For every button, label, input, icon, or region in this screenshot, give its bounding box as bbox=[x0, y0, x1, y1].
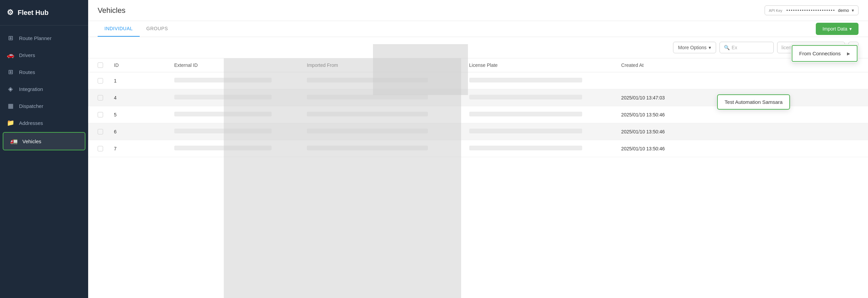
chevron-down-icon: ▾ bbox=[852, 8, 854, 13]
route-planner-icon: ⊞ bbox=[7, 34, 14, 42]
from-connections-item[interactable]: From Connections ▶ bbox=[792, 45, 857, 62]
table-row: 7 2025/01/10 13:50:46 bbox=[88, 140, 868, 157]
sidebar-item-label: Integration bbox=[19, 86, 43, 92]
td-id: 6 bbox=[108, 123, 169, 140]
td-row-actions bbox=[826, 72, 868, 89]
td-license-plate bbox=[464, 89, 616, 106]
sidebar-item-label: Addresses bbox=[19, 120, 43, 126]
api-key-value: demo bbox=[838, 8, 849, 13]
sidebar-item-integration[interactable]: ◈ Integration bbox=[0, 80, 88, 97]
addresses-icon: 📁 bbox=[7, 119, 14, 127]
dispatcher-icon: ▦ bbox=[7, 102, 14, 110]
search-box[interactable]: 🔍 Ex bbox=[719, 42, 774, 53]
select-all-checkbox[interactable] bbox=[98, 62, 103, 68]
td-license-plate bbox=[464, 123, 616, 140]
app-title: Fleet Hub bbox=[18, 9, 48, 17]
td-row-actions bbox=[826, 123, 868, 140]
tabs-bar: INDIVIDUAL GROUPS Import Data ▾ bbox=[88, 21, 868, 37]
th-id: ID bbox=[108, 58, 169, 72]
td-created-at: 2025/01/10 13:50:46 bbox=[616, 123, 826, 140]
samsara-connection-popup[interactable]: Test Automation Samsara bbox=[717, 94, 790, 110]
table-header-row: ID External ID Imported From License Pla… bbox=[88, 58, 868, 72]
td-id: 1 bbox=[108, 72, 169, 89]
sidebar: ⚙ Fleet Hub ⊞ Route Planner 🚗 Drivers ⊞ … bbox=[0, 0, 88, 298]
td-external-id bbox=[169, 140, 301, 157]
from-connections-label: From Connections bbox=[799, 51, 841, 56]
row-checkbox[interactable] bbox=[98, 146, 103, 151]
sidebar-nav: ⊞ Route Planner 🚗 Drivers ⊞ Routes ◈ Int… bbox=[0, 25, 88, 298]
tabs: INDIVIDUAL GROUPS bbox=[98, 21, 175, 37]
row-checkbox[interactable] bbox=[98, 95, 103, 100]
page-title: Vehicles bbox=[98, 6, 125, 15]
tab-individual[interactable]: INDIVIDUAL bbox=[98, 21, 140, 37]
sidebar-item-dispatcher[interactable]: ▦ Dispatcher bbox=[0, 97, 88, 114]
td-row-actions bbox=[826, 106, 868, 123]
integration-icon: ◈ bbox=[7, 85, 14, 93]
td-row-actions bbox=[826, 140, 868, 157]
import-dropdown-menu: From Connections ▶ bbox=[791, 44, 859, 63]
sidebar-item-addresses[interactable]: 📁 Addresses bbox=[0, 114, 88, 131]
more-options-label: More Options bbox=[678, 45, 707, 50]
td-checkbox bbox=[88, 140, 108, 157]
routes-icon: ⊞ bbox=[7, 68, 14, 76]
header: Vehicles API Key •••••••••••••••••••••• … bbox=[88, 0, 868, 21]
more-options-button[interactable]: More Options ▾ bbox=[673, 42, 716, 53]
td-license-plate bbox=[464, 140, 616, 157]
import-button-label: Import Data bbox=[823, 26, 847, 32]
td-external-id bbox=[169, 72, 301, 89]
sidebar-item-vehicles[interactable]: 🚛 Vehicles bbox=[3, 132, 85, 150]
api-key-dots: •••••••••••••••••••••• bbox=[786, 8, 835, 13]
td-license-plate bbox=[464, 106, 616, 123]
more-options-chevron-icon: ▾ bbox=[709, 45, 711, 50]
api-key-section[interactable]: API Key •••••••••••••••••••••• demo ▾ bbox=[765, 5, 859, 15]
td-checkbox bbox=[88, 106, 108, 123]
td-id: 4 bbox=[108, 89, 169, 106]
tab-groups[interactable]: GROUPS bbox=[140, 21, 175, 37]
td-external-id bbox=[169, 106, 301, 123]
sidebar-item-label: Routes bbox=[19, 69, 35, 75]
gear-icon: ⚙ bbox=[7, 8, 14, 17]
td-imported-from bbox=[301, 106, 464, 123]
api-key-dropdown[interactable]: API Key •••••••••••••••••••••• demo ▾ bbox=[765, 5, 859, 15]
td-created-at bbox=[616, 72, 826, 89]
app-logo: ⚙ Fleet Hub bbox=[0, 0, 88, 25]
tabs-actions: Import Data ▾ bbox=[816, 23, 859, 35]
search-placeholder: Ex bbox=[732, 45, 737, 50]
td-id: 5 bbox=[108, 106, 169, 123]
sidebar-item-routes[interactable]: ⊞ Routes bbox=[0, 63, 88, 80]
td-created-at: 2025/01/10 13:50:46 bbox=[616, 140, 826, 157]
toolbar: More Options ▾ 🔍 Ex license plate... ≡ bbox=[88, 37, 868, 58]
import-data-button[interactable]: Import Data ▾ bbox=[816, 23, 859, 35]
sidebar-item-label: Route Planner bbox=[19, 35, 52, 41]
row-checkbox[interactable] bbox=[98, 78, 103, 83]
samsara-label: Test Automation Samsara bbox=[725, 99, 783, 105]
td-external-id bbox=[169, 123, 301, 140]
td-external-id bbox=[169, 89, 301, 106]
td-imported-from bbox=[301, 123, 464, 140]
td-imported-from bbox=[301, 140, 464, 157]
drivers-icon: 🚗 bbox=[7, 51, 14, 59]
table-row: 1 bbox=[88, 72, 868, 89]
import-chevron-down-icon: ▾ bbox=[849, 26, 852, 32]
large-grey-overlay bbox=[373, 44, 468, 95]
vehicles-icon: 🚛 bbox=[10, 137, 18, 145]
td-row-actions bbox=[826, 89, 868, 106]
api-key-label: API Key bbox=[769, 8, 783, 13]
td-license-plate bbox=[464, 72, 616, 89]
row-checkbox[interactable] bbox=[98, 129, 103, 134]
sidebar-item-route-planner[interactable]: ⊞ Route Planner bbox=[0, 30, 88, 46]
sidebar-item-drivers[interactable]: 🚗 Drivers bbox=[0, 46, 88, 63]
td-checkbox bbox=[88, 72, 108, 89]
sidebar-item-label: Dispatcher bbox=[19, 103, 43, 109]
row-checkbox[interactable] bbox=[98, 112, 103, 117]
sidebar-item-label: Drivers bbox=[19, 52, 35, 58]
search-icon: 🔍 bbox=[724, 45, 730, 50]
td-checkbox bbox=[88, 89, 108, 106]
submenu-chevron-icon: ▶ bbox=[847, 51, 850, 56]
td-checkbox bbox=[88, 123, 108, 140]
sidebar-item-label: Vehicles bbox=[22, 138, 41, 144]
th-license-plate: License Plate bbox=[464, 58, 616, 72]
main-content: Vehicles API Key •••••••••••••••••••••• … bbox=[88, 0, 868, 298]
th-checkbox bbox=[88, 58, 108, 72]
td-id: 7 bbox=[108, 140, 169, 157]
